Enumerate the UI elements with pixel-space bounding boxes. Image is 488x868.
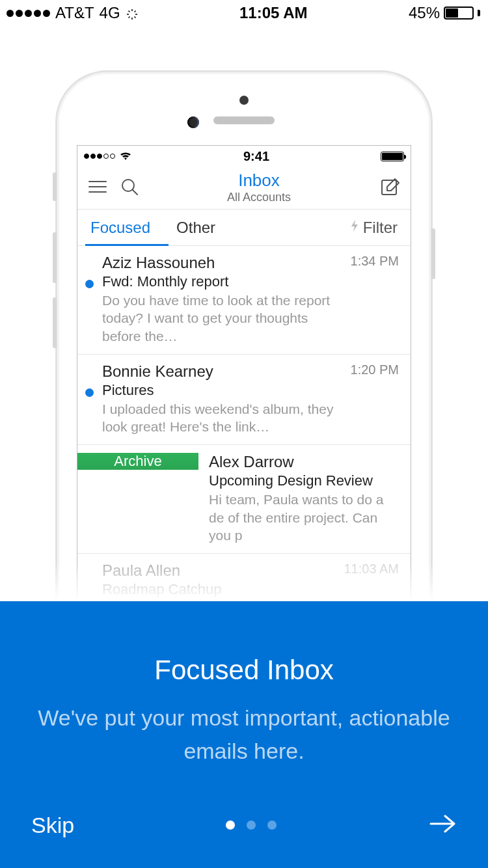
email-time: 1:20 PM (351, 362, 399, 436)
tab-other[interactable]: Other (163, 210, 228, 245)
svg-line-6 (128, 17, 129, 18)
email-row[interactable]: Aziz Hassouneh Fwd: Monthly report Do yo… (77, 246, 411, 355)
phone-speaker-icon (213, 116, 275, 124)
email-list: Aziz Hassouneh Fwd: Monthly report Do yo… (77, 246, 411, 601)
email-sender: Paula Allen (102, 562, 337, 580)
tab-focused[interactable]: Focused (77, 210, 163, 245)
app-header: Inbox All Accounts (77, 167, 411, 210)
email-preview: Do you have time to look at the report t… (102, 292, 344, 345)
email-subject: Roadmap Catchup (102, 581, 337, 598)
email-sender: Aziz Hassouneh (102, 254, 344, 272)
svg-line-12 (133, 190, 137, 195)
unread-dot-icon (85, 280, 94, 288)
page-dot-icon (226, 821, 235, 830)
svg-line-5 (134, 17, 135, 18)
svg-line-7 (134, 11, 135, 12)
phone-screen: 9:41 Inbox All Accounts (77, 145, 411, 601)
svg-line-4 (128, 11, 129, 12)
email-subject: Upcoming Design Review (209, 472, 399, 489)
network-label: 4G (100, 4, 120, 22)
clock: 11:05 AM (239, 4, 307, 22)
unread-dot-icon (85, 388, 94, 397)
filter-button[interactable]: Filter (350, 219, 398, 237)
email-sender: Bonnie Kearney (102, 362, 344, 381)
filter-label: Filter (363, 219, 398, 237)
header-title: Inbox (227, 171, 291, 191)
onboarding-body: We've put your most important, actionabl… (36, 701, 452, 768)
inner-status-bar: 9:41 (77, 146, 411, 167)
phone-camera-icon (187, 116, 199, 128)
filter-bolt-icon (350, 219, 359, 236)
email-row[interactable]: Bonnie Kearney Pictures I uploaded this … (77, 355, 411, 446)
hamburger-menu-icon[interactable] (88, 179, 107, 197)
page-dot-icon (247, 821, 256, 830)
device-status-bar: AT&T 4G 11:05 AM 45% (0, 0, 488, 26)
email-preview: Hi team, Paula wants to do a de of the e… (209, 491, 399, 544)
header-subtitle: All Accounts (227, 191, 291, 204)
archive-label: Archive (114, 453, 161, 470)
wifi-icon (119, 149, 132, 164)
phone-power-button (431, 228, 435, 279)
compose-icon[interactable] (379, 176, 400, 200)
inner-clock: 9:41 (243, 149, 269, 164)
email-row[interactable]: Paula Allen Roadmap Catchup Hi Linda, Th… (77, 554, 411, 601)
phone-frame: 9:41 Inbox All Accounts (55, 70, 433, 601)
phone-switch-button (53, 172, 57, 201)
email-subject: Pictures (102, 382, 344, 399)
inner-signal-icon (84, 154, 115, 159)
onboarding-panel: Focused Inbox We've put your most import… (0, 601, 488, 868)
email-time: 11:03 AM (344, 562, 399, 601)
loading-spinner-icon (126, 7, 139, 20)
page-indicator (226, 821, 277, 830)
phone-volume-up-button (53, 232, 57, 283)
battery-pct-label: 45% (409, 4, 440, 22)
phone-sensor-icon (239, 96, 249, 105)
email-time: 1:34 PM (351, 254, 399, 345)
email-row-swiped[interactable]: Archive Alex Darrow Upcoming Design Revi… (77, 445, 411, 554)
carrier-label: AT&T (55, 4, 94, 22)
inner-battery-icon (381, 152, 404, 161)
inbox-tabs: Focused Other Filter (77, 210, 411, 246)
battery-icon (444, 7, 474, 20)
search-icon[interactable] (120, 178, 139, 198)
signal-strength-icon (7, 10, 50, 17)
phone-volume-down-button (53, 297, 57, 348)
next-button[interactable] (428, 812, 457, 838)
onboarding-illustration: 9:41 Inbox All Accounts (0, 26, 488, 601)
email-subject: Fwd: Monthly report (102, 273, 344, 290)
page-dot-icon (267, 821, 277, 830)
onboarding-title: Focused Inbox (154, 655, 334, 686)
email-sender: Alex Darrow (209, 453, 399, 471)
swipe-archive-button[interactable]: Archive (77, 453, 198, 470)
skip-button[interactable]: Skip (31, 813, 74, 838)
email-preview: I uploaded this weekend's album, they lo… (102, 400, 344, 436)
